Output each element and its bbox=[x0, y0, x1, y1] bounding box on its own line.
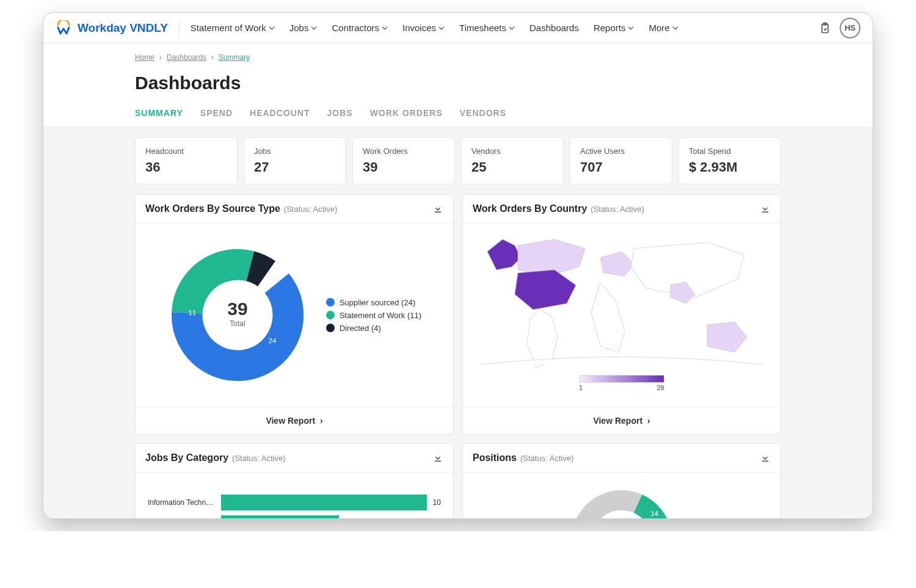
donut-total-value: 39 bbox=[167, 299, 308, 319]
tab-spend[interactable]: SPEND bbox=[200, 108, 233, 126]
bar-row: Information Techno…10 bbox=[148, 495, 441, 510]
nav-item-contractors[interactable]: Contractors bbox=[332, 23, 388, 33]
kpi-card: Work Orders39 bbox=[352, 137, 455, 184]
top-nav: Workday VNDLY Statement of WorkJobsContr… bbox=[43, 13, 873, 43]
legend-row: Supplier sourced (24) bbox=[326, 298, 421, 307]
donut-total-label: Total bbox=[167, 319, 308, 328]
kpi-value: 27 bbox=[254, 159, 336, 175]
kpi-label: Work Orders bbox=[363, 147, 445, 156]
kpi-label: Total Spend bbox=[689, 147, 771, 156]
bar-track bbox=[221, 495, 427, 510]
chevron-right-icon: › bbox=[320, 416, 323, 426]
scale-min: 1 bbox=[579, 384, 583, 391]
nav-label: Statement of Work bbox=[191, 23, 266, 33]
card-subtitle: (Status: Active) bbox=[591, 205, 644, 214]
donut-legend: Supplier sourced (24)Statement of Work (… bbox=[326, 294, 421, 336]
map-scale-legend: 1 28 bbox=[579, 375, 664, 391]
tab-summary[interactable]: SUMMARY bbox=[135, 108, 183, 126]
region-usa bbox=[515, 270, 576, 310]
breadcrumb-separator: › bbox=[211, 53, 214, 62]
user-avatar[interactable]: HS bbox=[840, 18, 860, 38]
chevron-down-icon bbox=[269, 23, 275, 33]
download-icon[interactable] bbox=[432, 203, 443, 214]
legend-swatch bbox=[326, 324, 335, 332]
kpi-card: Jobs27 bbox=[244, 137, 346, 184]
bar-value: 10 bbox=[433, 498, 441, 507]
nav-label: More bbox=[649, 23, 669, 33]
bar-row bbox=[148, 515, 441, 518]
nav-label: Contractors bbox=[332, 23, 379, 33]
nav-item-statement-of-work[interactable]: Statement of Work bbox=[191, 23, 275, 33]
card-title: Work Orders By Country bbox=[473, 203, 587, 214]
tab-jobs[interactable]: JOBS bbox=[327, 108, 353, 126]
card-jobs-category: Jobs By Category (Status: Active) Inform… bbox=[135, 443, 454, 518]
chevron-right-icon: › bbox=[647, 416, 650, 426]
region-australia bbox=[707, 322, 747, 352]
kpi-value: $ 2.93M bbox=[689, 159, 771, 175]
legend-swatch bbox=[326, 311, 335, 319]
chevron-down-icon bbox=[628, 23, 634, 33]
kpi-row: Headcount36Jobs27Work Orders39Vendors25A… bbox=[135, 137, 781, 184]
breadcrumb-separator: › bbox=[159, 53, 162, 62]
kpi-value: 707 bbox=[580, 159, 662, 175]
legend-swatch bbox=[326, 298, 335, 307]
breadcrumb-link[interactable]: Summary bbox=[219, 53, 250, 62]
breadcrumb-link[interactable]: Home bbox=[135, 53, 154, 62]
brand-text: Workday VNDLY bbox=[78, 21, 168, 35]
clipboard-icon[interactable] bbox=[819, 22, 831, 34]
legend-label: Directed (4) bbox=[340, 324, 381, 333]
card-subtitle: (Status: Active) bbox=[520, 454, 573, 463]
nav-label: Reports bbox=[594, 23, 626, 33]
nav-item-reports[interactable]: Reports bbox=[594, 23, 634, 33]
workday-logo-icon bbox=[56, 20, 71, 36]
breadcrumb: Home›Dashboards›Summary bbox=[135, 53, 781, 62]
bar-label: Information Techno… bbox=[148, 498, 215, 507]
slice-label-24: 24 bbox=[269, 337, 277, 344]
card-subtitle: (Status: Active) bbox=[284, 205, 337, 214]
nav-item-invoices[interactable]: Invoices bbox=[402, 23, 445, 33]
tab-headcount[interactable]: HEADCOUNT bbox=[250, 108, 310, 126]
positions-donut: 14 bbox=[554, 482, 689, 518]
nav-label: Invoices bbox=[402, 23, 436, 33]
world-map bbox=[469, 227, 774, 374]
brand-block[interactable]: Workday VNDLY bbox=[56, 20, 180, 36]
tab-vendors[interactable]: VENDORS bbox=[460, 108, 506, 126]
nav-item-dashboards[interactable]: Dashboards bbox=[529, 23, 579, 33]
breadcrumb-link[interactable]: Dashboards bbox=[167, 53, 206, 62]
scale-max: 28 bbox=[657, 384, 664, 391]
card-title: Positions bbox=[473, 452, 517, 463]
kpi-card: Total Spend$ 2.93M bbox=[678, 137, 781, 184]
download-icon[interactable] bbox=[760, 203, 771, 214]
chevron-down-icon bbox=[509, 23, 515, 33]
chevron-down-icon bbox=[672, 23, 678, 33]
legend-row: Directed (4) bbox=[326, 324, 421, 333]
nav-item-jobs[interactable]: Jobs bbox=[289, 23, 318, 33]
kpi-card: Headcount36 bbox=[135, 137, 238, 184]
card-subtitle: (Status: Active) bbox=[232, 454, 285, 463]
nav-label: Timesheets bbox=[459, 23, 506, 33]
kpi-value: 36 bbox=[145, 159, 227, 175]
avatar-initials: HS bbox=[845, 23, 856, 32]
view-report-link[interactable]: View Report › bbox=[463, 407, 780, 434]
nav-item-timesheets[interactable]: Timesheets bbox=[459, 23, 515, 33]
nav-item-more[interactable]: More bbox=[649, 23, 678, 33]
region-africa bbox=[591, 282, 625, 352]
legend-row: Statement of Work (11) bbox=[326, 311, 421, 320]
legend-label: Statement of Work (11) bbox=[340, 311, 421, 320]
kpi-label: Jobs bbox=[254, 147, 336, 156]
kpi-label: Headcount bbox=[145, 147, 227, 156]
kpi-card: Active Users707 bbox=[570, 137, 672, 184]
positions-slice-label: 14 bbox=[651, 510, 658, 517]
page-title: Dashboards bbox=[135, 73, 781, 93]
legend-label: Supplier sourced (24) bbox=[340, 298, 415, 307]
download-icon[interactable] bbox=[432, 452, 443, 463]
kpi-label: Vendors bbox=[471, 147, 553, 156]
card-work-orders-country: Work Orders By Country (Status: Active) bbox=[462, 194, 781, 435]
kpi-label: Active Users bbox=[580, 147, 662, 156]
view-report-link[interactable]: View Report › bbox=[136, 407, 453, 434]
download-icon[interactable] bbox=[760, 452, 771, 463]
chevron-down-icon bbox=[438, 23, 445, 33]
bar-chart: Information Techno…10 bbox=[136, 473, 453, 518]
tab-work-orders[interactable]: WORK ORDERS bbox=[370, 108, 443, 126]
region-antarctica bbox=[481, 357, 762, 365]
